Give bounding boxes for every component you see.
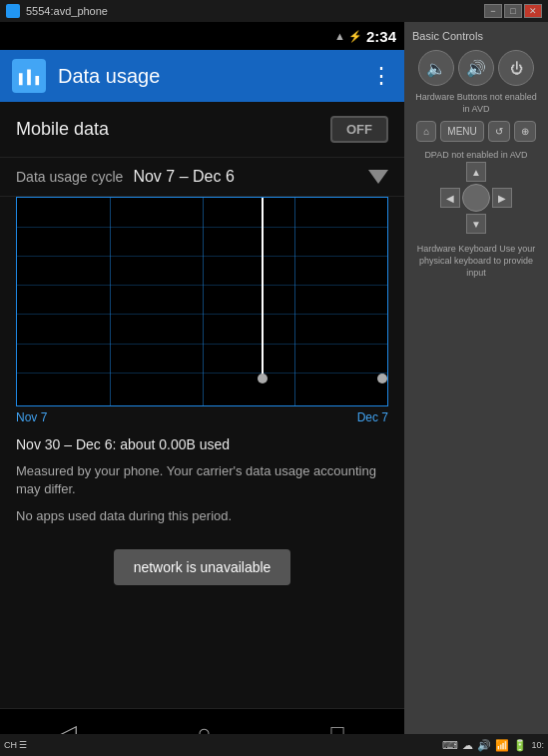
- volume-down-button[interactable]: 🔈: [418, 50, 454, 86]
- main-layout: ▲ ⚡ 2:34 Data usage ⋮ Mobile data OFF: [0, 22, 548, 756]
- close-button[interactable]: ✕: [524, 4, 542, 18]
- menu-hw-button[interactable]: MENU: [440, 121, 483, 142]
- dpad-down-button[interactable]: ▼: [466, 214, 486, 234]
- volume-up-icon: 🔊: [466, 59, 486, 78]
- dpad-note: DPAD not enabled in AVD: [412, 150, 540, 160]
- chart-position-line: [262, 198, 264, 378]
- zoom-hw-icon: ⊕: [521, 126, 529, 137]
- taskbar: CH ☰ ⌨ ☁ 🔊 📶 🔋 10:: [0, 734, 548, 756]
- chart-label-end: Dec 7: [357, 410, 388, 424]
- menu-hw-icon: MENU: [447, 126, 476, 137]
- home-hw-icon: ⌂: [423, 126, 429, 137]
- chart-vline: [110, 198, 111, 405]
- mobile-data-toggle[interactable]: OFF: [330, 116, 388, 143]
- dpad: ▲ ▼ ◀ ▶: [440, 162, 512, 234]
- keyboard-note: Hardware Keyboard Use your physical keyb…: [412, 244, 540, 279]
- stats-no-apps: No apps used data during this period.: [16, 508, 388, 523]
- rotate-hw-button[interactable]: ↺: [488, 121, 510, 142]
- data-usage-chart[interactable]: [16, 197, 388, 406]
- volume-up-button[interactable]: 🔊: [458, 50, 494, 86]
- cycle-value: Nov 7 – Dec 6: [133, 168, 358, 186]
- signal-icon: ▲: [334, 30, 345, 42]
- stats-area: Nov 30 – Dec 6: about 0.00B used Measure…: [0, 424, 404, 549]
- title-bar: 5554:avd_phone − □ ✕: [0, 0, 548, 22]
- dpad-up-button[interactable]: ▲: [466, 162, 486, 182]
- battery-charging-icon: ⚡: [348, 30, 362, 43]
- taskbar-network-icon: 📶: [495, 739, 509, 752]
- rotate-hw-icon: ↺: [495, 126, 503, 137]
- content-area: Mobile data OFF Data usage cycle Nov 7 –…: [0, 102, 404, 708]
- status-bar: ▲ ⚡ 2:34: [0, 22, 404, 50]
- taskbar-icons: ⌨ ☁ 🔊 📶 🔋 10:: [442, 739, 544, 752]
- android-screen: ▲ ⚡ 2:34 Data usage ⋮ Mobile data OFF: [0, 22, 404, 756]
- cycle-dropdown-arrow[interactable]: [368, 170, 388, 184]
- toast-container: network is unavailable: [0, 549, 404, 585]
- chart-vline: [294, 198, 295, 405]
- taskbar-cloud-icon: ☁: [462, 739, 473, 752]
- cycle-label: Data usage cycle: [16, 169, 123, 185]
- taskbar-keyboard-icon: ⌨: [442, 739, 458, 752]
- chart-vline: [203, 198, 204, 405]
- panel-title: Basic Controls: [412, 30, 540, 42]
- chart-dot-left: [258, 374, 268, 383]
- taskbar-app[interactable]: CH ☰: [4, 740, 28, 750]
- app-bar-title: Data usage: [58, 65, 358, 88]
- app-bar-icon: [12, 59, 46, 93]
- volume-down-icon: 🔈: [426, 59, 446, 78]
- zoom-hw-button[interactable]: ⊕: [514, 121, 536, 142]
- window-title: 5554:avd_phone: [26, 5, 108, 17]
- hw-buttons-row: ⌂ MENU ↺ ⊕: [412, 121, 540, 142]
- taskbar-battery-icon: 🔋: [513, 739, 527, 752]
- home-hw-button[interactable]: ⌂: [416, 121, 436, 142]
- maximize-button[interactable]: □: [504, 4, 522, 18]
- app-bar: Data usage ⋮: [0, 50, 404, 102]
- app-icon: [6, 4, 20, 18]
- cycle-row[interactable]: Data usage cycle Nov 7 – Dec 6: [0, 158, 404, 197]
- status-time: 2:34: [366, 28, 396, 45]
- minimize-button[interactable]: −: [484, 4, 502, 18]
- chart-grid: [17, 198, 387, 405]
- dpad-center-button[interactable]: [462, 184, 490, 212]
- taskbar-sound-icon: 🔊: [477, 739, 491, 752]
- chart-labels: Nov 7 Dec 7: [0, 406, 404, 424]
- mobile-data-label: Mobile data: [16, 119, 109, 140]
- taskbar-time: 10:: [531, 740, 544, 750]
- chart-dot-right: [377, 374, 387, 383]
- stats-note: Measured by your phone. Your carrier's d…: [16, 462, 388, 498]
- overflow-menu-button[interactable]: ⋮: [370, 63, 392, 89]
- status-icons: ▲ ⚡: [334, 30, 362, 43]
- dpad-container: ▲ ▼ ◀ ▶: [412, 162, 540, 234]
- toast-message: network is unavailable: [114, 549, 291, 585]
- power-button[interactable]: ⏻: [498, 50, 534, 86]
- mobile-data-row: Mobile data OFF: [0, 102, 404, 158]
- window-controls: − □ ✕: [484, 4, 542, 18]
- volume-power-buttons: 🔈 🔊 ⏻: [412, 50, 540, 86]
- dpad-right-button[interactable]: ▶: [492, 188, 512, 208]
- power-icon: ⏻: [510, 61, 523, 76]
- dpad-left-button[interactable]: ◀: [440, 188, 460, 208]
- chart-label-start: Nov 7: [16, 410, 47, 424]
- hw-buttons-note: Hardware Buttons not enabled in AVD: [412, 92, 540, 115]
- right-panel: Basic Controls 🔈 🔊 ⏻ Hardware Buttons no…: [404, 22, 548, 756]
- stats-range: Nov 30 – Dec 6: about 0.00B used: [16, 436, 388, 452]
